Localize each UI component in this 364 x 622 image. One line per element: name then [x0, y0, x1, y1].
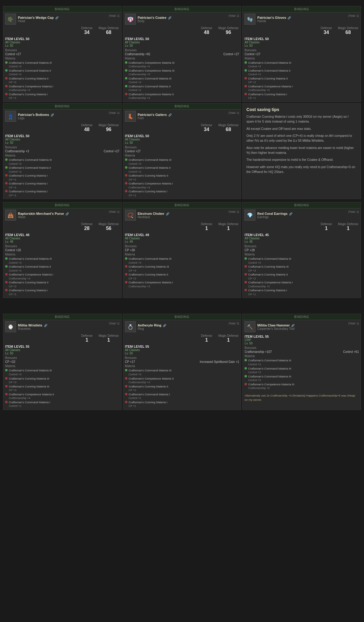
- item-name-block: Militia Claw Hammer 🔗 Carpenter's Second…: [257, 323, 346, 330]
- materia-text: Craftsman's Cunning Materia IIICP +3: [129, 265, 169, 272]
- magic-defense-block: Magic Defense 56: [99, 222, 119, 231]
- materia-dot: [5, 174, 8, 177]
- materia-dot: [125, 281, 127, 283]
- binding-label: BINDING: [3, 202, 121, 208]
- materia-text: Craftsman's Command Materia IIIControl +…: [248, 375, 291, 382]
- materia-text: Craftsman's Cunning Materia ICP +1: [9, 182, 48, 189]
- materia-text: Craftsman's Command Materia IIIControl +…: [9, 158, 52, 166]
- materia-dot: [244, 257, 247, 260]
- item-slot: Body: [138, 19, 227, 23]
- materia-dot: [244, 273, 247, 276]
- item-icon: 🧤: [244, 14, 255, 25]
- item-icon: 📿: [125, 210, 136, 221]
- materia-dot: [244, 367, 247, 370]
- bonuses-section-label: Bonuses: [243, 346, 361, 350]
- item-level-row: ITEM LEVEL 50 All Classes Lv. 50: [123, 133, 241, 145]
- defense-value: 48: [81, 127, 93, 132]
- defense-block: Defense 34: [201, 123, 212, 132]
- item-info-row: 🔨 Militia Claw Hammer 🔗 Carpenter's Seco…: [243, 320, 361, 333]
- materia-list: Craftsman's Command Materia IIIControl +…: [243, 358, 361, 391]
- materia-dot: [5, 265, 8, 268]
- materia-text: Craftsman's Command Materia IIControl +2: [248, 69, 290, 76]
- materia-text: Craftsman's Competence Materia IIICrafts…: [129, 61, 175, 69]
- item-card: BINDING 👘 Patrician's Coatee 🔗 Body (Tot…: [123, 6, 241, 102]
- materia-sub: Craftsmanship +4: [129, 96, 150, 100]
- materia-sub: CP +1: [9, 293, 16, 296]
- materia-dot: [244, 383, 247, 385]
- materia-sub: Craftsmanship +5: [129, 73, 150, 76]
- item-name: Raptorskin Merchant's Purse 🔗: [18, 212, 107, 215]
- item-card: BINDING 💎 Red Coral Earrings 🔗 Earrings …: [242, 202, 361, 298]
- materia-dot: [5, 385, 8, 387]
- materia-section-label: Materia: [123, 153, 241, 157]
- bonuses-section-label: Bonuses: [3, 48, 121, 52]
- bonus1: Control +27: [5, 52, 21, 56]
- materia-item: Craftsman's Command Materia IIIControl +…: [5, 257, 120, 265]
- materia-list: Craftsman's Command Materia IIIControl +…: [243, 60, 361, 102]
- link-icon: 🔗: [291, 324, 295, 327]
- all-classes: All Classes: [5, 138, 120, 141]
- materia-item: Craftsman's Command Materia IIIControl +…: [244, 375, 359, 382]
- materia-text: Craftsman's Cunning Materia ICP +1: [9, 93, 48, 100]
- item-level-text: ITEM LEVEL 50: [125, 37, 239, 41]
- materia-item: Craftsman's Cunning Materia ICP +1: [244, 289, 359, 296]
- materia-dot: [5, 393, 8, 395]
- materia-item: Craftsman's Cunning Materia IIICP +3: [125, 265, 239, 272]
- all-classes: All Classes: [125, 348, 239, 352]
- item-level-text: ITEM LEVEL 50: [5, 37, 120, 41]
- bonus2: Control +27: [104, 150, 120, 153]
- materia-dot: [5, 257, 8, 260]
- magic-defense-block: Magic Defense 1: [99, 334, 119, 343]
- item-info-row: 👢 Patrician's Gaiters 🔗 Feet (Total: 1): [123, 110, 241, 123]
- materia-list: Craftsman's Command Materia IIIControl +…: [3, 256, 121, 298]
- materia-dot: [244, 289, 247, 291]
- materia-item: Craftsman's Command Materia IIIControl +…: [125, 369, 239, 376]
- materia-sub: CP +3: [9, 381, 16, 384]
- materia-item: Craftsman's Command Materia IIIControl +…: [244, 359, 359, 366]
- materia-item: Craftsman's Command Materia IIControl +2: [244, 69, 359, 76]
- item-name-block: Patrician's Gloves 🔗 Hands: [257, 16, 346, 23]
- cost-saving-paragraph: All except Coatee and Off hand are max s…: [246, 127, 357, 131]
- materia-sub: CP +1: [129, 194, 136, 197]
- bonuses-row: CP +32: [3, 360, 121, 364]
- bonuses-row: Control +27: [243, 52, 361, 56]
- materia-text: Craftsman's Cunning Materia ICP +1: [9, 174, 48, 181]
- item-name: Red Coral Earrings 🔗: [257, 212, 346, 215]
- materia-dot: [5, 93, 8, 95]
- defense-block: Defense 34: [321, 26, 332, 35]
- materia-dot: [125, 273, 127, 276]
- magic-defense-label: Magic Defense: [99, 123, 119, 127]
- item-total: (Total: 1): [348, 14, 359, 17]
- defense-row: Defense 1 Magic Defense 1: [123, 333, 241, 343]
- lv-text: Lv. 49: [125, 240, 239, 243]
- defense-value: 28: [81, 226, 93, 231]
- item-total: (Total: 2): [228, 322, 239, 325]
- materia-text: Craftsman's Command Materia IIIControl +…: [129, 369, 172, 376]
- materia-sub: Craftsmanship +3: [9, 89, 30, 92]
- materia-text: Craftsman's Cunning Materia IICP +2: [9, 281, 49, 288]
- item-card: BINDING ⌚ Militia Wristlets 🔗 Bracelets …: [3, 314, 122, 410]
- materia-dot: [244, 61, 247, 64]
- item-level-text: ITEM LEVEL 49: [125, 233, 239, 237]
- item-level-row: ITEM LEVEL 50 All Classes Lv. 50: [243, 36, 361, 48]
- bonus1: CP +28: [244, 248, 254, 252]
- materia-sub: Control +3: [9, 162, 22, 165]
- defense-row: Defense 48 Magic Defense 96: [123, 26, 241, 36]
- item-slot: Feet: [138, 117, 227, 120]
- materia-section-label: Materia: [243, 56, 361, 60]
- defense-row: Defense 34 Magic Defense 68: [123, 123, 241, 133]
- materia-sub: Control +3: [129, 261, 141, 264]
- defense-label: Defense: [201, 222, 212, 226]
- magic-defense-block: Magic Defense 68: [99, 26, 119, 35]
- materia-dot: [5, 281, 8, 283]
- materia-item: Craftsman's Competence Materia IIICrafts…: [125, 61, 239, 69]
- item-total: (Total: 1): [109, 14, 120, 17]
- materia-dot: [244, 69, 247, 72]
- item-name-block: Patrician's Bottoms 🔗 Legs: [18, 113, 107, 120]
- materia-list: Craftsman's Command Materia IIIControl +…: [3, 157, 121, 199]
- materia-list: Craftsman's Command Materia IIIControl +…: [123, 368, 241, 409]
- materia-dot: [125, 93, 127, 95]
- bonuses-section-label: Bonuses: [123, 145, 241, 149]
- item-level-text: ITEM LEVEL 48: [5, 233, 120, 237]
- item-name-block: Patrician's Coatee 🔗 Body: [138, 16, 227, 23]
